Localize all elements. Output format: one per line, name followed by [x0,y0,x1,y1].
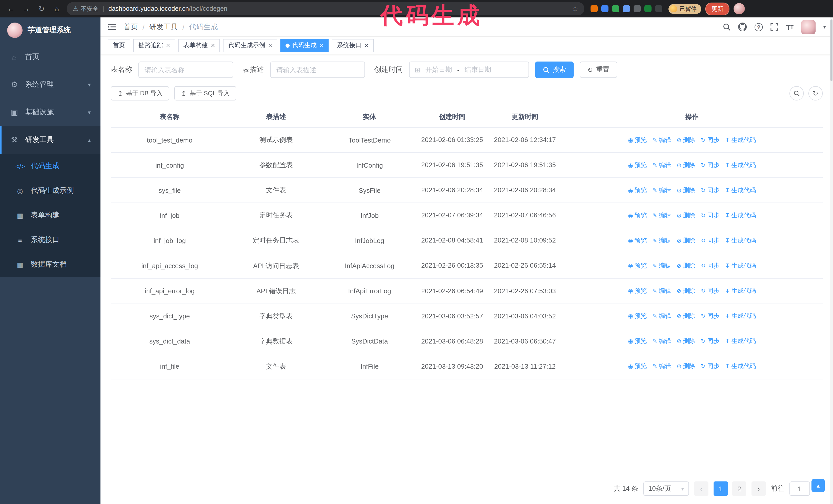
sidebar-subitem-api[interactable]: ≡系统接口 [0,227,100,252]
back-icon[interactable]: ← [5,3,17,14]
extension-icon[interactable] [601,5,609,12]
sidebar-item-system[interactable]: ⚙系统管理▾ [0,71,100,98]
action-edit[interactable]: ✎编辑 [652,136,671,144]
sidebar-item-infra[interactable]: ▣基础设施▾ [0,98,100,126]
fullscreen-icon[interactable] [771,23,779,31]
action-delete[interactable]: ⊘删除 [677,186,695,195]
paused-badge[interactable]: 已暂停 [668,4,701,14]
next-page-button[interactable]: › [752,481,766,496]
action-edit[interactable]: ✎编辑 [652,262,671,270]
user-avatar[interactable] [801,20,815,34]
goto-page-input[interactable] [789,481,810,496]
reset-button[interactable]: ↻ 重置 [580,62,617,78]
action-generate[interactable]: ↧生成代码 [725,262,756,270]
action-delete[interactable]: ⊘删除 [677,362,695,371]
close-icon[interactable]: × [365,42,368,49]
close-icon[interactable]: × [268,42,272,49]
chevron-down-icon[interactable]: ▾ [823,24,826,30]
extension-icon[interactable] [612,5,619,12]
action-delete[interactable]: ⊘删除 [677,236,695,245]
table-name-input[interactable] [138,62,233,78]
sidebar-subitem-db-doc[interactable]: ▦数据库文档 [0,252,100,277]
sidebar-subitem-codegen[interactable]: </>代码生成 [0,154,100,178]
action-preview[interactable]: ◉预览 [628,312,647,320]
action-edit[interactable]: ✎编辑 [652,186,671,195]
action-generate[interactable]: ↧生成代码 [725,236,756,245]
action-sync[interactable]: ↻同步 [701,287,719,295]
app-logo[interactable]: 芋道管理系统 [0,18,100,43]
help-icon[interactable]: ? [755,23,763,31]
action-delete[interactable]: ⊘删除 [677,211,695,220]
action-generate[interactable]: ↧生成代码 [725,136,756,144]
action-generate[interactable]: ↧生成代码 [725,312,756,320]
action-preview[interactable]: ◉预览 [628,236,647,245]
action-edit[interactable]: ✎编辑 [652,211,671,220]
reload-icon[interactable]: ↻ [36,3,47,14]
home-icon[interactable]: ⌂ [51,3,63,14]
action-preview[interactable]: ◉预览 [628,362,647,371]
toggle-search-button[interactable] [789,86,804,100]
action-sync[interactable]: ↻同步 [701,312,719,320]
tag-item[interactable]: 系统接口× [332,39,374,52]
sidebar-subitem-form-builder[interactable]: ▥表单构建 [0,203,100,227]
forward-icon[interactable]: → [21,3,32,14]
tag-item-active[interactable]: 代码生成× [280,39,329,52]
action-delete[interactable]: ⊘删除 [677,262,695,270]
scrollbar-thumb[interactable] [830,20,832,81]
tag-item[interactable]: 代码生成示例× [223,39,277,52]
action-generate[interactable]: ↧生成代码 [725,337,756,346]
search-button[interactable]: 搜索 [535,62,574,78]
action-delete[interactable]: ⊘删除 [677,337,695,346]
action-edit[interactable]: ✎编辑 [652,161,671,169]
extension-icon[interactable] [591,5,598,12]
action-sync[interactable]: ↻同步 [701,362,719,371]
import-db-button[interactable]: ↥ 基于 DB 导入 [111,86,169,100]
refresh-table-button[interactable]: ↻ [808,86,823,100]
action-preview[interactable]: ◉预览 [628,337,647,346]
action-generate[interactable]: ↧生成代码 [725,211,756,220]
close-icon[interactable]: × [320,42,324,49]
tag-item[interactable]: 表单构建× [178,39,220,52]
extension-icon[interactable] [634,5,641,12]
action-sync[interactable]: ↻同步 [701,337,719,346]
breadcrumb-item[interactable]: 首页 [123,22,138,31]
tag-item[interactable]: 首页 [108,39,130,52]
bookmark-star-icon[interactable]: ☆ [572,5,578,13]
security-warning[interactable]: ⚠ 不安全 [73,5,99,13]
hamburger-icon[interactable] [108,23,116,31]
import-sql-button[interactable]: ↥ 基于 SQL 导入 [174,86,237,100]
action-sync[interactable]: ↻同步 [701,262,719,270]
action-sync[interactable]: ↻同步 [701,136,719,144]
close-icon[interactable]: × [211,42,215,49]
page-scrollbar[interactable] [830,18,833,504]
page-button-1[interactable]: 1 [714,481,728,496]
font-size-icon[interactable]: TT [786,23,793,31]
date-range-picker[interactable]: ⊞ 开始日期 - 结束日期 [409,62,529,78]
action-delete[interactable]: ⊘删除 [677,136,695,144]
action-edit[interactable]: ✎编辑 [652,312,671,320]
extension-icon[interactable] [644,5,651,12]
action-preview[interactable]: ◉预览 [628,161,647,169]
extension-icon[interactable] [655,5,662,12]
tag-item[interactable]: 链路追踪× [133,39,175,52]
action-edit[interactable]: ✎编辑 [652,236,671,245]
action-generate[interactable]: ↧生成代码 [725,186,756,195]
action-preview[interactable]: ◉预览 [628,287,647,295]
page-size-select[interactable]: 10条/页 ▾ [643,481,689,496]
table-desc-input[interactable] [270,62,365,78]
page-button-2[interactable]: 2 [732,481,746,496]
sidebar-subitem-codegen-example[interactable]: ◎代码生成示例 [0,178,100,203]
float-action-button[interactable]: ▴ [811,479,825,492]
address-bar[interactable]: ⚠ 不安全 | dashboard.yudao.iocoder.cn/tool/… [67,2,585,16]
action-delete[interactable]: ⊘删除 [677,287,695,295]
action-preview[interactable]: ◉预览 [628,186,647,195]
action-edit[interactable]: ✎编辑 [652,337,671,346]
action-generate[interactable]: ↧生成代码 [725,362,756,371]
action-delete[interactable]: ⊘删除 [677,312,695,320]
browser-profile-avatar[interactable] [734,3,745,14]
close-icon[interactable]: × [166,42,170,49]
action-preview[interactable]: ◉预览 [628,136,647,144]
action-edit[interactable]: ✎编辑 [652,362,671,371]
github-icon[interactable] [738,23,747,31]
extension-icon[interactable] [623,5,630,12]
